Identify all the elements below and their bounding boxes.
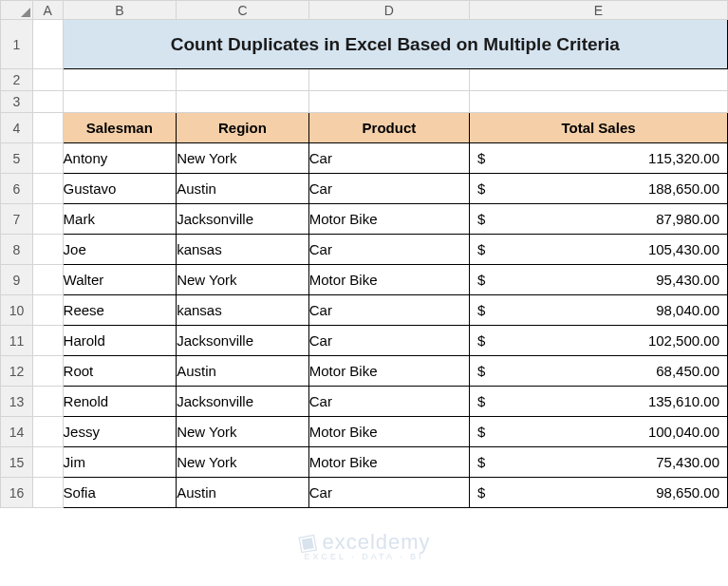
cell-salesman-16[interactable]: Sofia xyxy=(63,478,177,508)
cell-salesman-12[interactable]: Root xyxy=(63,356,177,387)
cell-product-11[interactable]: Car xyxy=(308,326,469,356)
cell-product-9[interactable]: Motor Bike xyxy=(308,265,469,295)
title-cell[interactable]: Count Duplicates in Excel Based on Multi… xyxy=(63,20,727,69)
row-header-14[interactable]: 14 xyxy=(1,417,33,447)
cell-A14[interactable] xyxy=(32,417,63,447)
cell-C3[interactable] xyxy=(177,91,309,113)
cell-region-12[interactable]: Austin xyxy=(177,356,309,387)
cell-region-10[interactable]: kansas xyxy=(177,295,309,326)
row-header-10[interactable]: 10 xyxy=(1,295,33,326)
cell-region-16[interactable]: Austin xyxy=(177,478,309,508)
cell-total-sales-5[interactable]: $115,320.00 xyxy=(470,143,728,174)
cell-region-13[interactable]: Jacksonville xyxy=(177,387,309,417)
header-region[interactable]: Region xyxy=(177,113,309,143)
cell-A11[interactable] xyxy=(32,326,63,356)
cell-total-sales-12[interactable]: $68,450.00 xyxy=(470,356,728,387)
cell-total-sales-14[interactable]: $100,040.00 xyxy=(470,417,728,447)
cell-E3[interactable] xyxy=(470,91,728,113)
row-header-5[interactable]: 5 xyxy=(1,143,33,174)
cell-total-sales-11[interactable]: $102,500.00 xyxy=(470,326,728,356)
cell-salesman-11[interactable]: Harold xyxy=(63,326,177,356)
cell-E2[interactable] xyxy=(470,69,728,91)
cell-product-15[interactable]: Motor Bike xyxy=(308,447,469,478)
row-header-11[interactable]: 11 xyxy=(1,326,33,356)
row-header-1[interactable]: 1 xyxy=(1,20,33,69)
cell-A5[interactable] xyxy=(32,143,63,174)
cell-A4[interactable] xyxy=(32,113,63,143)
cell-salesman-8[interactable]: Joe xyxy=(63,235,177,265)
cell-total-sales-9[interactable]: $95,430.00 xyxy=(470,265,728,295)
cell-total-sales-6[interactable]: $188,650.00 xyxy=(470,174,728,204)
row-header-15[interactable]: 15 xyxy=(1,447,33,478)
cell-region-11[interactable]: Jacksonville xyxy=(177,326,309,356)
cell-product-8[interactable]: Car xyxy=(308,235,469,265)
cell-region-14[interactable]: New York xyxy=(177,417,309,447)
row-header-2[interactable]: 2 xyxy=(1,69,33,91)
cell-salesman-7[interactable]: Mark xyxy=(63,204,177,235)
cell-total-sales-7[interactable]: $87,980.00 xyxy=(470,204,728,235)
cell-A10[interactable] xyxy=(32,295,63,326)
cell-A15[interactable] xyxy=(32,447,63,478)
row-header-7[interactable]: 7 xyxy=(1,204,33,235)
cell-salesman-6[interactable]: Gustavo xyxy=(63,174,177,204)
col-header-B[interactable]: B xyxy=(63,1,177,20)
row-header-16[interactable]: 16 xyxy=(1,478,33,508)
cell-total-sales-15[interactable]: $75,430.00 xyxy=(470,447,728,478)
cell-A12[interactable] xyxy=(32,356,63,387)
cell-salesman-15[interactable]: Jim xyxy=(63,447,177,478)
cell-B2[interactable] xyxy=(63,69,177,91)
cell-product-6[interactable]: Car xyxy=(308,174,469,204)
cell-product-12[interactable]: Motor Bike xyxy=(308,356,469,387)
cell-salesman-9[interactable]: Walter xyxy=(63,265,177,295)
row-header-12[interactable]: 12 xyxy=(1,356,33,387)
cell-salesman-5[interactable]: Antony xyxy=(63,143,177,174)
cell-A2[interactable] xyxy=(32,69,63,91)
cell-salesman-13[interactable]: Renold xyxy=(63,387,177,417)
cell-salesman-10[interactable]: Reese xyxy=(63,295,177,326)
col-header-D[interactable]: D xyxy=(308,1,469,20)
cell-product-5[interactable]: Car xyxy=(308,143,469,174)
cell-D2[interactable] xyxy=(308,69,469,91)
cell-salesman-14[interactable]: Jessy xyxy=(63,417,177,447)
cell-D3[interactable] xyxy=(308,91,469,113)
cell-A7[interactable] xyxy=(32,204,63,235)
cell-A1[interactable] xyxy=(32,20,63,69)
cell-region-9[interactable]: New York xyxy=(177,265,309,295)
cell-total-sales-10[interactable]: $98,040.00 xyxy=(470,295,728,326)
cell-total-sales-8[interactable]: $105,430.00 xyxy=(470,235,728,265)
cell-region-15[interactable]: New York xyxy=(177,447,309,478)
cell-A6[interactable] xyxy=(32,174,63,204)
cell-product-10[interactable]: Car xyxy=(308,295,469,326)
cell-A3[interactable] xyxy=(32,91,63,113)
select-all-corner[interactable] xyxy=(1,1,33,20)
cell-product-13[interactable]: Car xyxy=(308,387,469,417)
row-header-4[interactable]: 4 xyxy=(1,113,33,143)
cell-C2[interactable] xyxy=(177,69,309,91)
cell-product-16[interactable]: Car xyxy=(308,478,469,508)
row-header-8[interactable]: 8 xyxy=(1,235,33,265)
row-header-9[interactable]: 9 xyxy=(1,265,33,295)
cell-total-sales-13[interactable]: $135,610.00 xyxy=(470,387,728,417)
col-header-A[interactable]: A xyxy=(32,1,63,20)
cell-B3[interactable] xyxy=(63,91,177,113)
money-value: 87,980.00 xyxy=(656,211,719,227)
cell-product-14[interactable]: Motor Bike xyxy=(308,417,469,447)
cell-region-6[interactable]: Austin xyxy=(177,174,309,204)
cell-region-8[interactable]: kansas xyxy=(177,235,309,265)
row-header-6[interactable]: 6 xyxy=(1,174,33,204)
cell-product-7[interactable]: Motor Bike xyxy=(308,204,469,235)
row-header-13[interactable]: 13 xyxy=(1,387,33,417)
header-total-sales[interactable]: Total Sales xyxy=(470,113,728,143)
cell-A9[interactable] xyxy=(32,265,63,295)
row-header-3[interactable]: 3 xyxy=(1,91,33,113)
cell-A8[interactable] xyxy=(32,235,63,265)
cell-A13[interactable] xyxy=(32,387,63,417)
header-salesman[interactable]: Salesman xyxy=(63,113,177,143)
col-header-C[interactable]: C xyxy=(177,1,309,20)
cell-total-sales-16[interactable]: $98,650.00 xyxy=(470,478,728,508)
cell-region-5[interactable]: New York xyxy=(177,143,309,174)
cell-region-7[interactable]: Jacksonville xyxy=(177,204,309,235)
cell-A16[interactable] xyxy=(32,478,63,508)
header-product[interactable]: Product xyxy=(308,113,469,143)
col-header-E[interactable]: E xyxy=(470,1,728,20)
